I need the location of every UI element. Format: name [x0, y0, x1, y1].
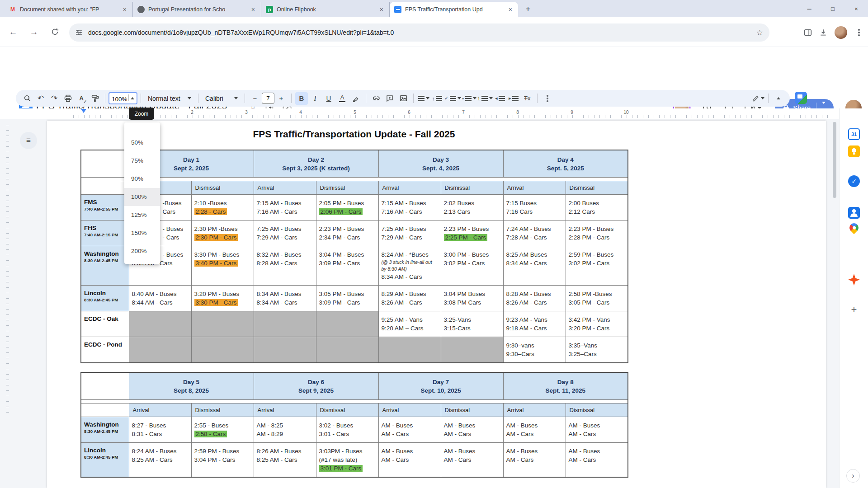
insert-link-icon[interactable]: [370, 92, 382, 105]
subheader-cell[interactable]: Dismissal: [316, 404, 378, 417]
close-tab-icon[interactable]: ×: [378, 6, 385, 13]
schedule-cell[interactable]: 2:23 PM - Buses2:34 PM - Cars: [316, 221, 378, 246]
schedule-cell[interactable]: 8:29 AM - Buses8:26 AM - Cars: [378, 286, 441, 311]
insert-image-icon[interactable]: [397, 92, 410, 105]
forward-icon[interactable]: →: [26, 24, 42, 40]
zoom-option-50%[interactable]: 50%: [124, 134, 160, 152]
schedule-cell[interactable]: AM - BusesAM - Cars: [503, 417, 566, 443]
schedule-cell[interactable]: AM - BusesAM - Cars: [566, 443, 628, 478]
subheader-cell[interactable]: Arrival: [378, 404, 441, 417]
schedule-cell[interactable]: 9:23 AM - Vans9:18 AM - Cars: [503, 311, 566, 337]
companion-app-icon[interactable]: [795, 92, 807, 104]
editing-mode-button[interactable]: [752, 92, 764, 105]
url-bar[interactable]: docs.google.com/document/d/1o8vjupzQUb_n…: [69, 23, 769, 42]
highlight-color-button[interactable]: [349, 92, 362, 105]
schedule-cell[interactable]: 3:20 PM - Buses3:30 PM - Cars: [191, 286, 254, 311]
schedule-cell[interactable]: [254, 311, 316, 337]
refresh-icon[interactable]: [47, 24, 62, 40]
keep-icon[interactable]: [848, 145, 860, 157]
browser-tab[interactable]: MDocument shared with you: "FP×: [5, 2, 133, 17]
school-label-cell[interactable]: Washington8:30 AM-2:45 PM: [81, 246, 129, 286]
more-options-icon[interactable]: [541, 92, 554, 105]
add-comment-icon[interactable]: [383, 92, 396, 105]
close-tab-icon[interactable]: ×: [507, 6, 514, 13]
bookmark-star-icon[interactable]: ☆: [756, 28, 763, 38]
schedule-cell[interactable]: 8:24 AM - *Buses(@ 3 stuck in line-all o…: [378, 246, 441, 286]
subheader-cell[interactable]: Arrival: [254, 404, 316, 417]
school-label-cell[interactable]: Lincoln8:30 AM-2:45 PM: [81, 443, 129, 478]
addon-icon[interactable]: [848, 274, 860, 286]
schedule-cell[interactable]: 2:59 PM - Buses3:02 PM - Cars: [566, 246, 628, 286]
tasks-icon[interactable]: ✓: [848, 175, 860, 187]
schedule-cell[interactable]: [316, 311, 378, 337]
subheader-cell[interactable]: Arrival: [129, 404, 191, 417]
italic-button[interactable]: I: [309, 92, 321, 105]
schedule-cell[interactable]: 2:30 PM -Buses2:30 PM - Cars: [191, 221, 254, 246]
schedule-cell[interactable]: AM - BusesAM - Cars: [441, 417, 503, 443]
schedule-cell[interactable]: 8:32 AM - Buses8:28 AM - Cars: [254, 246, 316, 286]
day-header-cell[interactable]: Day 6Sept 9, 2025: [254, 372, 378, 400]
schedule-cell[interactable]: AM - BusesAM - Cars: [378, 443, 441, 478]
schedule-cell[interactable]: 2:10 -Buses2:28 - Cars: [191, 195, 254, 221]
decrease-indent-button[interactable]: ◂: [494, 92, 506, 105]
schedule-cell[interactable]: 8:26 AM - Buses8:25 AM - Cars: [254, 443, 316, 478]
redo-icon[interactable]: ↷: [48, 92, 61, 105]
schedule-cell[interactable]: 8:40 AM - Buses8:44 AM - Cars: [129, 286, 191, 311]
schedule-cell[interactable]: 2:23 PM - Buses2:28 PM - Cars: [566, 221, 628, 246]
browser-tab[interactable]: FPS Traffic/Transportation Upd×: [390, 2, 518, 17]
subheader-cell[interactable]: Arrival: [254, 181, 316, 195]
maps-icon[interactable]: [848, 221, 860, 234]
subheader-cell[interactable]: Dismissal: [316, 181, 378, 195]
day-header-cell[interactable]: Day 7Sept. 10, 2025: [378, 372, 503, 400]
schedule-cell[interactable]: 3:35–Vans3:25–Cars: [566, 337, 628, 363]
schedule-cell[interactable]: 7:25 AM - Buses7:29 AM - Cars: [378, 221, 441, 246]
schedule-cell[interactable]: 8:24 AM - Buses8:25 AM - Cars: [129, 443, 191, 478]
schedule-cell[interactable]: 7:15 Buses7:16 Cars: [503, 195, 566, 221]
schedule-cell[interactable]: [378, 337, 441, 363]
subheader-cell[interactable]: Arrival: [503, 404, 566, 417]
increase-indent-button[interactable]: ▸: [507, 92, 520, 105]
subheader-cell[interactable]: Dismissal: [191, 181, 254, 195]
document-outline-button[interactable]: ≡: [20, 132, 37, 149]
schedule-cell[interactable]: 7:15 AM - Buses7:16 AM - Cars: [378, 195, 441, 221]
subheader-cell[interactable]: Dismissal: [441, 404, 503, 417]
numbered-list-button[interactable]: 1: [477, 92, 493, 105]
schedule-cell[interactable]: 3:03PM - Buses(#17 was late)3:01 PM - Ca…: [316, 443, 378, 478]
schedule-cell[interactable]: AM - 8:25AM - 8:29: [254, 417, 316, 443]
font-size-input[interactable]: 7: [262, 93, 274, 104]
bold-button[interactable]: B: [295, 92, 308, 105]
schedule-cell[interactable]: AM - BusesAM - Cars: [378, 417, 441, 443]
schedule-cell[interactable]: 8:28 AM - Buses8:26 AM - Cars: [503, 286, 566, 311]
day-header-cell[interactable]: Day 8Sept. 11, 2025: [503, 372, 628, 400]
school-label-cell[interactable]: FHS7:40 AM-2:15 PM: [81, 221, 129, 246]
contacts-icon[interactable]: [848, 207, 860, 219]
day-header-cell[interactable]: Day 3Sept. 4, 2025: [378, 150, 503, 178]
maximize-icon[interactable]: □: [821, 0, 844, 17]
document-heading[interactable]: FPS Traffic/Transportation Update - Fall…: [80, 129, 627, 140]
subheader-cell[interactable]: Dismissal: [441, 181, 503, 195]
subheader-cell[interactable]: Arrival: [503, 181, 566, 195]
indent-marker[interactable]: [81, 109, 86, 113]
bulleted-list-button[interactable]: •: [462, 92, 476, 105]
close-tab-icon[interactable]: ×: [250, 6, 256, 13]
schedule-cell[interactable]: 2:02 Buses2:13 Cars: [441, 195, 503, 221]
day-header-cell[interactable]: Day 5Sept 8, 2025: [129, 372, 254, 400]
schedule-cell[interactable]: [316, 337, 378, 363]
schedule-cell[interactable]: [441, 337, 503, 363]
zoom-dropdown-icon[interactable]: [131, 97, 134, 99]
zoom-option-150%[interactable]: 150%: [124, 224, 160, 242]
clear-formatting-button[interactable]: Tx: [521, 92, 533, 105]
schedule-cell[interactable]: AM - BusesAM - Cars: [441, 443, 503, 478]
schedule-cell[interactable]: 8:25 AM Buses8:34 AM - Cars: [503, 246, 566, 286]
get-addons-icon[interactable]: +: [848, 304, 860, 315]
schedule-cell[interactable]: 3:04 PM - Buses3:09 PM - Cars: [316, 246, 378, 286]
schedule-cell[interactable]: 3:04 PM Buses3:08 PM Cars: [441, 286, 503, 311]
close-window-icon[interactable]: ×: [844, 0, 868, 17]
schedule-cell[interactable]: 2:00 Buses2:12 Cars: [566, 195, 628, 221]
table-corner-cell[interactable]: [81, 150, 129, 178]
subheader-cell[interactable]: Dismissal: [566, 404, 628, 417]
school-label-cell[interactable]: Lincoln8:30 AM-2:45 PM: [81, 286, 129, 311]
schedule-cell[interactable]: 8:27 - Buses8:31 - Cars: [129, 417, 191, 443]
font-dropdown[interactable]: Calibri: [202, 92, 241, 105]
schedule-cell[interactable]: 9:30–vans9:30–Cars: [503, 337, 566, 363]
